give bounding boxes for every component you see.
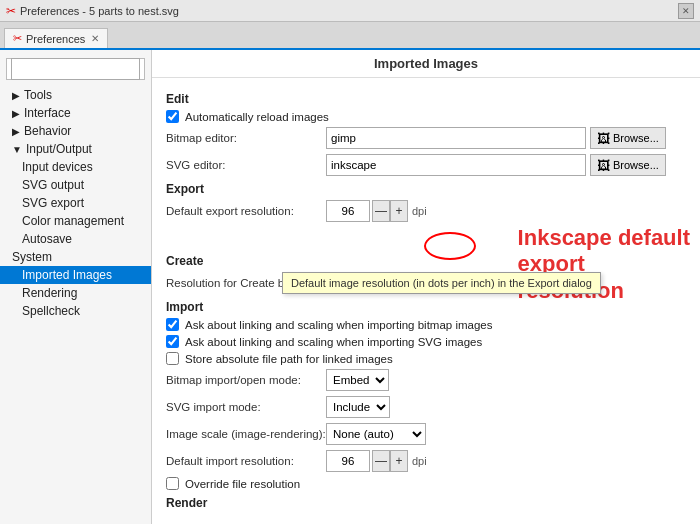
window-title: Preferences - 5 parts to nest.svg: [20, 5, 179, 17]
default-export-res-input[interactable]: [326, 200, 370, 222]
sidebar-item-spellcheck[interactable]: Spellcheck: [0, 302, 151, 320]
tooltip: Default image resolution (in dots per in…: [282, 272, 601, 294]
svg-editor-input[interactable]: [326, 154, 586, 176]
content-header: Imported Images: [152, 50, 700, 78]
ask-bitmap-label: Ask about linking and scaling when impor…: [185, 319, 492, 331]
bitmap-mode-select[interactable]: Embed Link: [326, 369, 389, 391]
sidebar-item-svg-export[interactable]: SVG export: [0, 194, 151, 212]
bitmap-browse-button[interactable]: 🖼 Browse...: [590, 127, 666, 149]
title-bar: ✂ Preferences - 5 parts to nest.svg ✕: [0, 0, 700, 22]
import-res-unit: dpi: [412, 455, 427, 467]
sidebar-item-label: Tools: [24, 88, 52, 102]
browse-label: Browse...: [613, 132, 659, 144]
search-box[interactable]: [6, 58, 145, 80]
bitmap-editor-label: Bitmap editor:: [166, 132, 326, 144]
auto-reload-checkbox[interactable]: [166, 110, 179, 123]
svg-mode-row: SVG import mode: Include Link: [166, 396, 686, 418]
render-section-label: Render: [166, 496, 686, 510]
default-export-res-label: Default export resolution:: [166, 205, 326, 217]
bitmap-mode-row: Bitmap import/open mode: Embed Link: [166, 369, 686, 391]
arrow-icon: ▶: [12, 108, 20, 119]
sidebar-item-label: Input devices: [22, 160, 93, 174]
tab-icon: ✂: [13, 32, 22, 45]
sidebar-item-label: Color management: [22, 214, 124, 228]
sidebar: ▶Tools▶Interface▶Behavior▼Input/OutputIn…: [0, 50, 152, 524]
sidebar-item-tools[interactable]: ▶Tools: [0, 86, 151, 104]
ask-bitmap-checkbox[interactable]: [166, 318, 179, 331]
sidebar-item-label: Rendering: [22, 286, 77, 300]
sidebar-item-color-management[interactable]: Color management: [0, 212, 151, 230]
sidebar-item-behavior[interactable]: ▶Behavior: [0, 122, 151, 140]
default-export-res-row: Default export resolution: — + dpi: [166, 200, 686, 222]
svg-mode-select[interactable]: Include Link: [326, 396, 390, 418]
tab-label: Preferences: [26, 33, 85, 45]
sidebar-item-label: Imported Images: [22, 268, 112, 282]
preferences-tab[interactable]: ✂ Preferences ✕: [4, 28, 108, 48]
default-import-res-input[interactable]: [326, 450, 370, 472]
sidebar-item-label: Interface: [24, 106, 71, 120]
sidebar-item-interface[interactable]: ▶Interface: [0, 104, 151, 122]
sidebar-item-label: SVG export: [22, 196, 84, 210]
override-res-checkbox[interactable]: [166, 477, 179, 490]
arrow-icon: ▶: [12, 90, 20, 101]
svg-browse-label: Browse...: [613, 159, 659, 171]
default-import-res-label: Default import resolution:: [166, 455, 326, 467]
image-scale-label: Image scale (image-rendering):: [166, 428, 326, 440]
ask-svg-row: Ask about linking and scaling when impor…: [166, 335, 686, 348]
auto-reload-label: Automatically reload images: [185, 111, 329, 123]
ask-bitmap-row: Ask about linking and scaling when impor…: [166, 318, 686, 331]
default-import-res-row: Default import resolution: — + dpi: [166, 450, 686, 472]
image-scale-select[interactable]: None (auto) Smooth Pixelated: [326, 423, 426, 445]
sidebar-item-label: Behavior: [24, 124, 71, 138]
edit-section-label: Edit: [166, 92, 686, 106]
tab-bar: ✂ Preferences ✕: [0, 22, 700, 50]
export-res-unit: dpi: [412, 205, 427, 217]
arrow-icon: ▼: [12, 144, 22, 155]
sidebar-item-svg-output[interactable]: SVG output: [0, 176, 151, 194]
import-res-decrement[interactable]: —: [372, 450, 390, 472]
sidebar-item-label: SVG output: [22, 178, 84, 192]
auto-reload-row: Automatically reload images: [166, 110, 686, 123]
import-res-increment[interactable]: +: [390, 450, 408, 472]
content-body: Edit Automatically reload images Bitmap …: [152, 78, 700, 522]
sidebar-item-system[interactable]: System: [0, 248, 151, 266]
sidebar-item-input-output[interactable]: ▼Input/Output: [0, 140, 151, 158]
import-section-label: Import: [166, 300, 686, 314]
export-res-decrement[interactable]: —: [372, 200, 390, 222]
close-button[interactable]: ✕: [678, 3, 694, 19]
bitmap-mode-label: Bitmap import/open mode:: [166, 374, 326, 386]
override-res-row: Override file resolution: [166, 477, 686, 490]
image-scale-row: Image scale (image-rendering): None (aut…: [166, 423, 686, 445]
svg-browse-button[interactable]: 🖼 Browse...: [590, 154, 666, 176]
store-path-checkbox[interactable]: [166, 352, 179, 365]
search-input[interactable]: [11, 58, 140, 80]
import-res-stepper: — +: [372, 450, 408, 472]
sidebar-item-label: Autosave: [22, 232, 72, 246]
app-icon: ✂: [6, 4, 16, 18]
override-res-label: Override file resolution: [185, 478, 300, 490]
arrow-icon: ▶: [12, 126, 20, 137]
bitmap-editor-input[interactable]: [326, 127, 586, 149]
svg-editor-label: SVG editor:: [166, 159, 326, 171]
svg-browse-icon: 🖼: [597, 158, 610, 173]
svg-editor-row: SVG editor: 🖼 Browse...: [166, 154, 686, 176]
export-section-label: Export: [166, 182, 686, 196]
sidebar-item-label: Input/Output: [26, 142, 92, 156]
content-area: Imported Images Edit Automatically reloa…: [152, 50, 700, 524]
svg-mode-label: SVG import mode:: [166, 401, 326, 413]
browse-icon: 🖼: [597, 131, 610, 146]
sidebar-item-rendering[interactable]: Rendering: [0, 284, 151, 302]
sidebar-item-label: System: [12, 250, 52, 264]
sidebar-item-autosave[interactable]: Autosave: [0, 230, 151, 248]
store-path-label: Store absolute file path for linked imag…: [185, 353, 393, 365]
sidebar-item-input-devices[interactable]: Input devices: [0, 158, 151, 176]
main-layout: ▶Tools▶Interface▶Behavior▼Input/OutputIn…: [0, 50, 700, 524]
bitmap-editor-row: Bitmap editor: 🖼 Browse...: [166, 127, 686, 149]
sidebar-item-imported-images[interactable]: Imported Images: [0, 266, 151, 284]
store-path-row: Store absolute file path for linked imag…: [166, 352, 686, 365]
ask-svg-label: Ask about linking and scaling when impor…: [185, 336, 482, 348]
ask-svg-checkbox[interactable]: [166, 335, 179, 348]
export-res-increment[interactable]: +: [390, 200, 408, 222]
tab-close-button[interactable]: ✕: [91, 33, 99, 44]
create-section-label: Create: [166, 254, 686, 268]
